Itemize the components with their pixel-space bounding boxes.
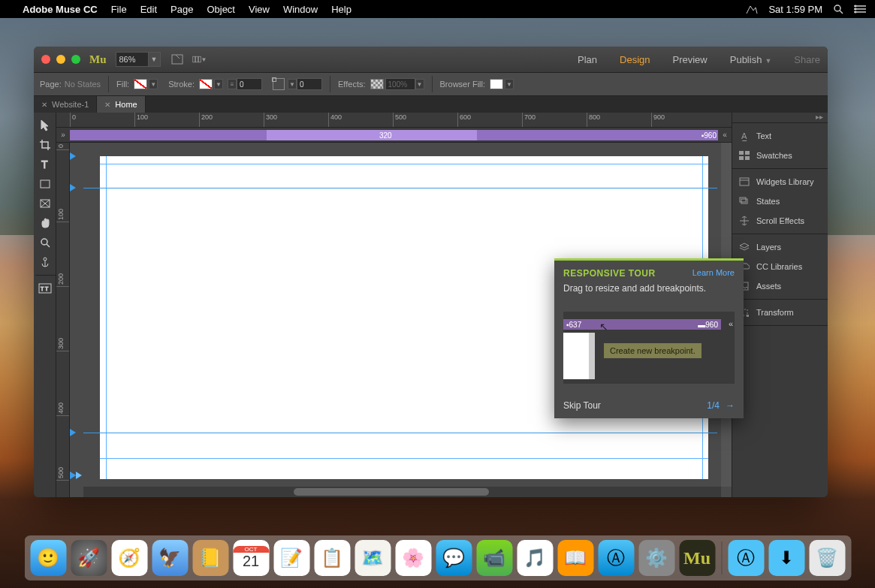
panel-cc-libraries[interactable]: CC Libraries [732,257,828,276]
menu-object[interactable]: Object [207,4,235,15]
dock-finder[interactable]: 🙂 [30,540,66,576]
menu-help[interactable]: Help [331,4,352,15]
window-zoom-button[interactable] [71,55,80,64]
close-icon[interactable]: ✕ [104,101,110,109]
window-close-button[interactable] [41,55,50,64]
guide-marker[interactable] [70,152,76,160]
dock-system-preferences[interactable]: ⚙️ [638,540,674,576]
dock-apps-folder[interactable]: Ⓐ [728,540,764,576]
menu-window[interactable]: Window [283,4,318,15]
nav-share[interactable]: Share [794,54,820,65]
dock-photos[interactable]: 🌸 [395,540,431,576]
fill-dropdown[interactable]: ▼ [149,79,158,89]
corner-radius-input[interactable] [297,78,322,90]
guide-marker[interactable] [76,472,82,479]
nav-publish[interactable]: Publish▼ [730,54,772,65]
menu-page[interactable]: Page [170,4,193,15]
breakpoint-bar[interactable]: » 320 ▪ 960 « [56,128,732,143]
text-tool[interactable]: T [35,155,56,174]
dock-mail[interactable]: 🦅 [152,540,188,576]
ruler-horizontal[interactable]: 0100200300400500600700800900 [56,113,732,128]
menu-view[interactable]: View [249,4,270,15]
guide-marker[interactable] [70,184,76,191]
browser-fill-swatch[interactable] [490,79,503,89]
tour-next-arrow-icon[interactable]: → [726,400,735,411]
panel-swatches[interactable]: Swatches [732,146,828,165]
dock-reminders[interactable]: 📋 [314,540,350,576]
nav-design[interactable]: Design [620,54,650,65]
dock-itunes[interactable]: 🎵 [517,540,553,576]
tour-skip-button[interactable]: Skip Tour [563,400,601,411]
panel-transform[interactable]: Transform [732,303,828,322]
panel-states[interactable]: States [732,191,828,211]
nav-preview[interactable]: Preview [672,54,707,65]
crop-tool[interactable] [35,135,56,155]
panel-collapse-icon[interactable]: ▸▸ [816,113,823,122]
close-icon[interactable]: ✕ [41,101,47,109]
panel-scroll-effects[interactable]: Scroll Effects [732,211,828,231]
corner-icon[interactable] [273,78,285,90]
dock-safari[interactable]: 🧭 [111,540,147,576]
panel-widgets-library[interactable]: Widgets Library [732,172,828,191]
notification-center-icon[interactable] [854,5,866,14]
zoom-dropdown-icon[interactable]: ▼ [149,52,161,67]
browser-fill-dropdown[interactable]: ▼ [505,79,514,89]
zoom-level-combo[interactable]: ▼ [116,52,161,67]
guide-horizontal[interactable] [100,164,708,164]
panel-layers[interactable]: Layers [732,237,828,257]
panel-assets[interactable]: Assets [732,276,828,296]
dock-ibooks[interactable]: 📖 [557,540,593,576]
menu-edit[interactable]: Edit [140,4,157,15]
anchor-tool[interactable] [35,252,56,272]
zoom-tool[interactable] [35,233,56,252]
ruler-vertical[interactable]: 0100200300400500 [56,143,70,497]
dock-calendar[interactable]: OCT21 [233,540,269,576]
menubar-clock[interactable]: Sat 1:59 PM [768,4,822,15]
dock-muse[interactable]: Mu [679,540,715,576]
zoom-input[interactable] [116,52,149,67]
arrange-icon[interactable] [170,52,185,67]
stroke-weight-input[interactable] [237,78,262,90]
tab-website-1[interactable]: ✕Website-1 [34,96,97,113]
page-states-value[interactable]: No States [65,80,101,89]
breakpoint-active-range[interactable] [267,130,477,140]
window-minimize-button[interactable] [56,55,65,64]
dock-downloads-folder[interactable]: ⬇ [768,540,804,576]
header-guide[interactable] [83,188,717,188]
effects-opacity-input[interactable] [385,78,415,90]
bp-chevron-right[interactable]: « [720,128,730,142]
bp-chevron-left[interactable]: » [56,131,70,139]
dock-facetime[interactable]: 📹 [476,540,512,576]
guide-marker[interactable] [70,429,76,436]
selection-tool[interactable] [35,116,56,135]
effects-dropdown[interactable]: ▼ [415,79,424,89]
corner-dropdown[interactable]: ▼ [288,79,297,89]
dock-maps[interactable]: 🗺️ [355,540,391,576]
scrollbar-thumb[interactable] [294,488,489,496]
nav-plan[interactable]: Plan [578,54,597,65]
dock-appstore[interactable]: Ⓐ [598,540,634,576]
effects-swatch[interactable] [370,79,384,89]
dock-contacts[interactable]: 📒 [192,540,228,576]
rectangle-tool[interactable] [35,174,56,194]
tour-learn-more-link[interactable]: Learn More [692,268,735,279]
dock-trash[interactable]: 🗑️ [809,540,845,576]
layout-icon[interactable]: ▼ [192,52,207,67]
tab-home[interactable]: ✕Home [97,96,145,113]
hand-tool[interactable] [35,213,56,233]
muse-status-icon[interactable] [746,4,758,14]
footer-guide[interactable] [83,433,717,433]
stroke-swatch[interactable] [199,79,213,89]
app-name[interactable]: Adobe Muse CC [23,4,98,15]
scrollbar-horizontal[interactable] [83,487,721,497]
guide-marker[interactable] [70,472,76,479]
stroke-weight-icon[interactable]: ≡ [228,79,237,89]
dock-messages[interactable]: 💬 [436,540,472,576]
stroke-dropdown[interactable]: ▼ [214,79,223,89]
dock-notes[interactable]: 📝 [273,540,309,576]
guide-horizontal[interactable] [100,458,708,459]
panel-text[interactable]: A̲Text [732,126,828,146]
menu-file[interactable]: File [111,4,127,15]
fill-swatch[interactable] [134,79,147,89]
dock-launchpad[interactable]: 🚀 [71,540,107,576]
